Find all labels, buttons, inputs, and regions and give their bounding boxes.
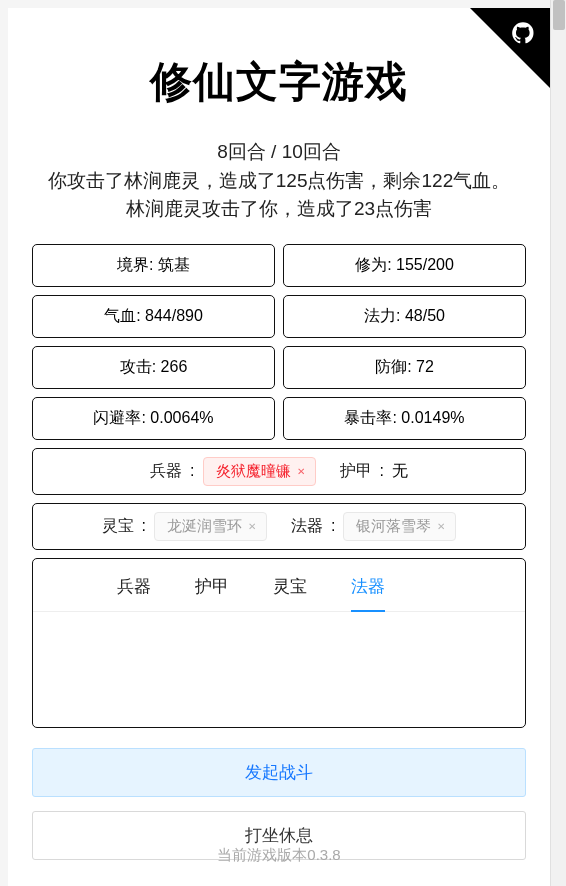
- close-icon[interactable]: ✕: [248, 521, 256, 532]
- stat-realm: 境界: 筑基: [32, 244, 275, 287]
- stat-mp: 法力: 48/50: [283, 295, 526, 338]
- tab-armor[interactable]: 护甲: [195, 575, 229, 611]
- stat-attack: 攻击: 266: [32, 346, 275, 389]
- page-title: 修仙文字游戏: [32, 54, 526, 110]
- version-text: 当前游戏版本0.3.8: [32, 846, 526, 865]
- tag-tool[interactable]: 银河落雪琴 ✕: [343, 512, 456, 541]
- slot-tool: 法器: 银河落雪琴 ✕: [291, 512, 456, 541]
- slot-treasure: 灵宝: 龙涎润雪环 ✕: [102, 512, 267, 541]
- battle-log-line: 你攻击了林涧鹿灵，造成了125点伤害，剩余122气血。: [36, 167, 522, 196]
- slot-weapon: 兵器: 炎狱魔曈镰 ✕: [150, 457, 315, 486]
- tab-tool[interactable]: 法器: [351, 575, 385, 612]
- tag-weapon[interactable]: 炎狱魔曈镰 ✕: [203, 457, 316, 486]
- stat-cultivation: 修为: 155/200: [283, 244, 526, 287]
- app-frame: 修仙文字游戏 8回合 / 10回合 你攻击了林涧鹿灵，造成了125点伤害，剩余1…: [8, 8, 550, 886]
- equip-treasure-tool: 灵宝: 龙涎润雪环 ✕ 法器: 银河落雪琴 ✕: [32, 503, 526, 550]
- stat-defense: 防御: 72: [283, 346, 526, 389]
- tag-treasure[interactable]: 龙涎润雪环 ✕: [154, 512, 267, 541]
- actions: 发起战斗 打坐休息: [32, 748, 526, 860]
- github-cat-icon[interactable]: [510, 20, 536, 50]
- inventory-tabs-card: 兵器 护甲 灵宝 法器: [32, 558, 526, 728]
- stat-crit: 暴击率: 0.0149%: [283, 397, 526, 440]
- stats-grid: 境界: 筑基 修为: 155/200 气血: 844/890 法力: 48/50…: [32, 244, 526, 550]
- slot-armor: 护甲: 无: [340, 461, 408, 482]
- scrollbar[interactable]: [550, 0, 566, 886]
- equip-weapon-armor: 兵器: 炎狱魔曈镰 ✕ 护甲: 无: [32, 448, 526, 495]
- stat-hp: 气血: 844/890: [32, 295, 275, 338]
- battle-status: 8回合 / 10回合 你攻击了林涧鹿灵，造成了125点伤害，剩余122气血。 林…: [32, 138, 526, 224]
- round-indicator: 8回合 / 10回合: [36, 138, 522, 167]
- scrollbar-thumb[interactable]: [553, 0, 565, 30]
- tabs-bar: 兵器 护甲 灵宝 法器: [33, 559, 525, 612]
- battle-log-line: 林涧鹿灵攻击了你，造成了23点伤害: [36, 195, 522, 224]
- tab-treasure[interactable]: 灵宝: [273, 575, 307, 611]
- stat-dodge: 闪避率: 0.0064%: [32, 397, 275, 440]
- close-icon[interactable]: ✕: [297, 466, 305, 477]
- tab-weapon[interactable]: 兵器: [117, 575, 151, 611]
- fight-button[interactable]: 发起战斗: [32, 748, 526, 797]
- close-icon[interactable]: ✕: [437, 521, 445, 532]
